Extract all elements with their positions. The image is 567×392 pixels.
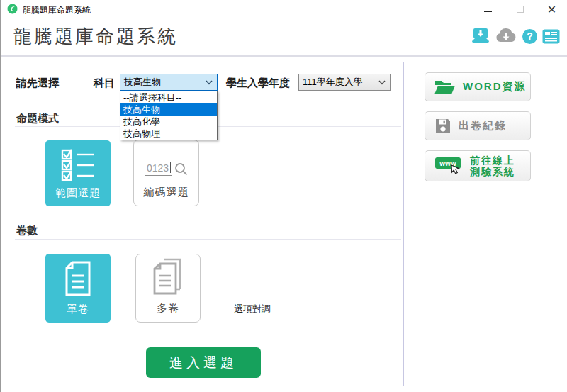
bulletin-icon[interactable]: [542, 29, 560, 44]
header-toolbar: ?: [471, 28, 560, 45]
search-icon: [174, 162, 188, 176]
page-title: 龍騰題庫命題系統: [13, 24, 178, 49]
cloud-download-icon[interactable]: [495, 28, 517, 45]
close-button[interactable]: ✕: [536, 0, 567, 18]
year-select[interactable]: 111學年度入學: [298, 74, 391, 91]
help-icon[interactable]: ?: [522, 29, 537, 44]
multi-paper-label: 多卷: [157, 302, 179, 315]
subject-dropdown-list: --請選擇科目-- 技高生物 技高化學 技高物理: [120, 91, 218, 140]
range-select-button[interactable]: 範圍選題: [45, 140, 111, 206]
year-label: 學生入學年度: [226, 77, 290, 90]
single-paper-button[interactable]: 單卷: [45, 254, 111, 323]
code-sample-row: 0123: [145, 162, 188, 176]
online-test-label: 前往線上 測驗系統: [470, 155, 515, 177]
chevron-down-icon: [378, 80, 386, 85]
swap-options-label: 選項對調: [234, 303, 271, 315]
swap-options-checkbox[interactable]: [218, 303, 228, 313]
maximize-icon: [517, 6, 524, 13]
folder-icon: [434, 79, 456, 96]
code-select-label: 編碼選題: [144, 186, 189, 199]
subject-select-value: 技高生物: [124, 76, 161, 89]
maximize-button[interactable]: [504, 0, 536, 18]
dropdown-option-biology[interactable]: 技高生物: [120, 103, 217, 116]
multi-paper-button[interactable]: 多卷: [135, 254, 201, 323]
range-select-label: 範圍選題: [55, 186, 101, 200]
documents-stack-icon: [152, 258, 184, 296]
word-resources-button[interactable]: WORD資源: [425, 72, 531, 101]
word-resources-label: WORD資源: [463, 80, 527, 94]
pc-download-icon[interactable]: [471, 28, 490, 45]
paper-section-divider: [15, 239, 401, 240]
save-icon: [434, 118, 451, 135]
exam-record-button[interactable]: 出卷紀錄: [425, 111, 531, 140]
text-caret-icon: [170, 162, 171, 173]
content-divider: [403, 62, 404, 386]
prompt-label: 請先選擇: [16, 77, 59, 90]
minimize-icon: [484, 11, 492, 12]
titlebar-title: 龍騰題庫命題系統: [23, 4, 91, 16]
mode-section-title: 命題模式: [16, 112, 59, 125]
single-paper-label: 單卷: [67, 303, 89, 316]
exam-record-label: 出卷紀錄: [459, 119, 507, 133]
app-logo-icon: [7, 4, 18, 14]
code-select-button[interactable]: 0123 編碼選題: [133, 140, 199, 206]
dropdown-option-chemistry[interactable]: 技高化學: [120, 116, 217, 128]
code-input-preview: 0123: [145, 162, 172, 176]
paper-section-title: 卷數: [16, 224, 38, 237]
dropdown-option-physics[interactable]: 技高物理: [120, 128, 217, 140]
online-test-button[interactable]: www 前往線上 測驗系統: [425, 150, 531, 181]
online-test-label-line2: 測驗系統: [470, 166, 515, 177]
online-test-label-line1: 前往線上: [470, 155, 515, 166]
minimize-button[interactable]: [472, 0, 504, 18]
code-sample-text: 0123: [147, 162, 169, 174]
enter-selection-button[interactable]: 進入選題: [146, 347, 261, 378]
chevron-down-icon: [206, 80, 213, 85]
titlebar: 龍騰題庫命題系統 ✕: [1, 0, 567, 18]
document-icon: [63, 260, 93, 297]
year-select-value: 111學年度入學: [303, 76, 363, 89]
header-divider: [1, 55, 567, 57]
checklist-icon: [60, 148, 96, 181]
dropdown-option-placeholder[interactable]: --請選擇科目--: [120, 91, 217, 103]
www-cursor-icon: www: [434, 155, 463, 177]
subject-select[interactable]: 技高生物: [120, 74, 218, 91]
subject-label: 科目: [94, 77, 115, 90]
app-window: 龍騰題庫命題系統 ✕ 龍騰題庫命題系統 ? 請先選擇 科目: [0, 0, 567, 392]
